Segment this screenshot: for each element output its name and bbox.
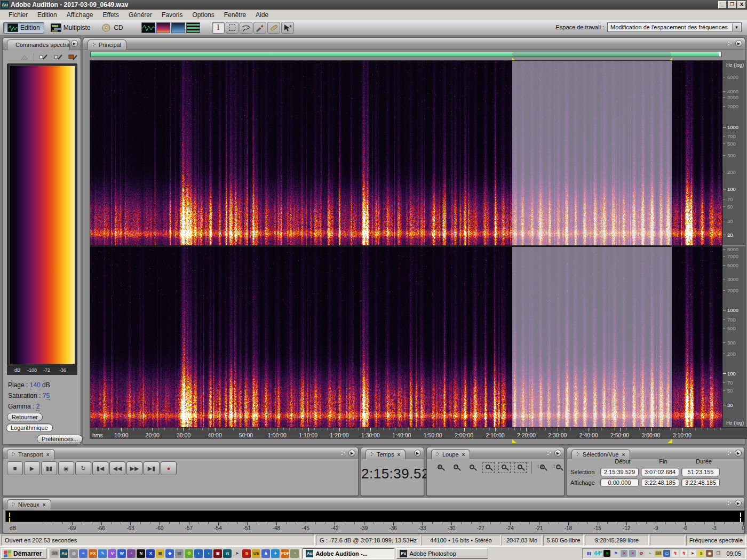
brush-effect-icon-1[interactable] [37,53,49,61]
panel-menu-icon[interactable]: ▶ [414,450,421,457]
zoom-in-horizontal-button[interactable]: + [433,461,448,474]
gradient-brush-icon[interactable] [67,53,79,61]
quick-launch-icon-5[interactable]: FX [89,549,97,558]
transport-loop-button[interactable]: ↻ [75,461,91,475]
quick-launch-icon-8[interactable]: W [117,549,126,558]
logarithmique-button[interactable]: Logarithmique [6,423,53,432]
menu-item-aide[interactable]: Aide [251,11,273,19]
quick-launch-icon-3[interactable]: ◍ [69,549,78,558]
zoom-out-full-button[interactable]: − [465,461,480,474]
taskbar-window-adobe-photoshop[interactable]: PsAdobe Photoshop [396,548,488,559]
view-spectral-frequency-button[interactable] [156,22,170,33]
quick-launch-icon-15[interactable]: ⚙ [185,549,193,558]
quick-launch-icon-13[interactable]: ◆ [165,549,174,558]
tool-scrub-button[interactable] [281,22,294,34]
zoom-selection-left-edge-button[interactable] [497,461,512,474]
zoom-out-horizontal-button[interactable]: − [449,461,464,474]
transport-go-to-end-button[interactable]: ▶▮ [144,461,160,475]
menu-item-fenetre[interactable]: Fenêtre [220,11,250,19]
tab-principal[interactable]: Principal [88,39,126,50]
tray-icon-5[interactable]: ✕ [621,550,627,557]
close-icon[interactable]: × [397,452,400,458]
brush-effect-icon-2[interactable] [52,53,64,61]
level-meter[interactable] [5,510,745,522]
affichage-field[interactable]: 3:22:48.185 [641,478,679,487]
selection-field[interactable]: 3:07:02.684 [641,468,679,476]
transport-play-button[interactable]: ▶ [24,461,40,475]
quick-launch-icon-16[interactable]: ◐ [194,549,203,558]
panel-menu-icon[interactable]: ▶ [735,450,742,457]
spectrogram-left-channel[interactable] [90,61,722,245]
tab-commandes-spectrales[interactable]: Commandes spectrales [7,39,70,50]
tray-icon-11[interactable]: ↯ [672,550,679,557]
menu-item-generer[interactable]: Générer [124,11,156,19]
taskbar-window-adobe-audition-[interactable]: AuAdobe Audition -... [303,548,394,559]
navigator-scrollbar[interactable] [90,52,722,57]
tool-spot-healing-button[interactable] [267,22,280,34]
multipiste-mode-button[interactable]: Multipiste [46,22,95,34]
quick-launch-icon-7[interactable]: V [108,549,116,558]
quick-launch-icon-25[interactable]: PDF [281,549,289,558]
tray-icon-9[interactable]: ⌨ [655,550,662,557]
quick-launch-icon-19[interactable]: π [223,549,232,558]
quick-launch-icon-21[interactable]: S [242,549,251,558]
field-value[interactable]: 2 [36,403,40,411]
field-value[interactable]: 140 [30,381,41,389]
view-waveform-button[interactable] [141,22,155,33]
close-icon[interactable]: × [622,452,625,458]
retourner-button[interactable]: Retourner [7,413,43,421]
spectral-colormap-display[interactable] [7,63,77,366]
panel-menu-icon[interactable]: ▶ [735,40,742,47]
menu-item-affichage[interactable]: Affichage [62,11,98,19]
tray-icon-3[interactable]: = [603,550,610,557]
tab-loupe[interactable]: Loupe × [431,449,470,459]
tray-icon-7[interactable]: Ø [638,550,645,557]
quick-launch-icon-4[interactable]: ≡ [79,549,88,558]
zoom-out-vertical-button[interactable]: ↕− [552,461,566,474]
transport-play-from-cursor-button[interactable]: ◉ [58,461,74,475]
edition-mode-button[interactable]: Edition [3,22,44,34]
harmonics-select-icon[interactable] [19,53,30,61]
minimize-button[interactable]: _ [718,1,727,9]
navigator-selection-segment[interactable] [512,52,671,57]
menu-item-edition[interactable]: Edition [33,11,61,19]
transport-pause-button[interactable]: ▮▮ [41,461,57,475]
affichage-field[interactable]: 0:00.000 [600,478,639,487]
selection-start-marker[interactable] [512,439,517,443]
frequency-ruler-bottom[interactable]: Hz (log) 9000700050003000200010007005003… [722,246,746,427]
selection-field[interactable]: 2:15:39.529 [600,468,639,476]
tray-icon-1[interactable]: ▮▮ [585,550,592,557]
restore-button[interactable]: ❐ [728,1,736,9]
tray-icon-10[interactable]: ▭ [663,550,670,557]
quick-launch-icon-18[interactable]: ▣ [213,549,222,558]
quick-launch-icon-24[interactable]: ✈ [271,549,280,558]
close-icon[interactable]: × [43,502,46,508]
transport-go-to-start-button[interactable]: ▮◀ [92,461,108,475]
zoom-in-vertical-button[interactable]: ↕+ [536,461,550,474]
transport-fast-forward-button[interactable]: ▶▶ [126,461,142,475]
tab-transport[interactable]: Transport × [7,449,55,459]
menu-item-fichier[interactable]: Fichier [4,11,32,19]
tool-time-selection-button[interactable]: I [212,22,225,34]
close-icon[interactable]: × [46,452,50,458]
menu-item-favoris[interactable]: Favoris [157,11,187,19]
quick-launch-icon-23[interactable]: ♟ [261,549,270,558]
panel-menu-icon[interactable]: ▶ [735,500,742,507]
start-button[interactable]: Démarrer [1,548,46,559]
tray-icon-8[interactable]: ➢ [646,550,653,557]
quick-launch-icon-10[interactable]: N [137,549,145,558]
time-ruler[interactable]: hms hms 10:0020:0030:0040:0050:001:00:00… [90,427,747,439]
field-value[interactable]: 75 [43,392,50,400]
menu-item-options[interactable]: Options [188,11,218,19]
quick-launch-icon-26[interactable]: ◔ [290,549,299,558]
workspace-select[interactable]: Modification de l'espacement des fréquen… [607,22,742,32]
quick-launch-icon-1[interactable]: ⌨ [50,549,59,558]
tray-icon-15[interactable]: ◉ [706,550,713,557]
menu-item-effets[interactable]: Effets [99,11,123,19]
chevron-down-icon[interactable]: ▼ [732,23,741,31]
selection-end-marker[interactable] [667,439,672,443]
view-spectral-pan-button[interactable] [171,22,185,33]
zoom-selection-right-edge-button[interactable] [513,461,528,474]
close-icon[interactable]: × [462,452,465,458]
quick-launch-icon-11[interactable]: X [146,549,155,558]
